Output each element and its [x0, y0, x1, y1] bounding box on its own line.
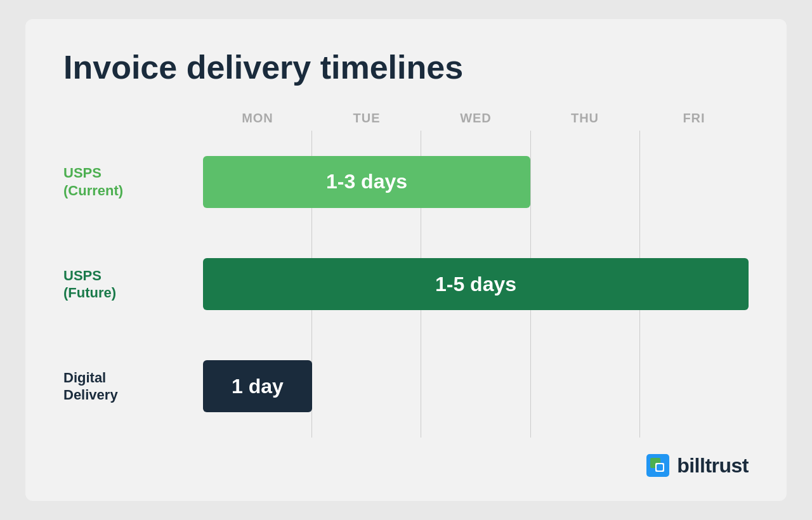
bar-rows: USPS (Current) 1-3 days USPS (Future) [203, 131, 749, 438]
bar-track-usps-future: 1-5 days [203, 256, 749, 313]
billtrust-brand-name: billtrust [677, 454, 749, 478]
day-headers: MON TUE WED THU FRI [203, 111, 749, 126]
main-card: Invoice delivery timelines MON TUE WED T… [25, 19, 787, 501]
day-wed: WED [421, 111, 530, 126]
bar-digital: 1 day [203, 360, 312, 412]
bar-label-usps-current: 1-3 days [326, 170, 407, 193]
chart-area: MON TUE WED THU FRI USPS [63, 111, 749, 438]
day-mon: MON [203, 111, 312, 126]
grid-wrapper: USPS (Current) 1-3 days USPS (Future) [203, 131, 749, 438]
row-usps-future: USPS (Future) 1-5 days [203, 256, 749, 313]
page-title: Invoice delivery timelines [63, 49, 749, 86]
billtrust-icon [645, 453, 671, 478]
bar-track-usps-current: 1-3 days [203, 153, 749, 211]
logo-area: billtrust [63, 453, 749, 478]
day-tue: TUE [312, 111, 421, 126]
label-usps-current: USPS (Current) [63, 164, 203, 199]
day-fri: FRI [639, 111, 749, 126]
label-digital-delivery: Digital Delivery [63, 369, 203, 404]
billtrust-logo: billtrust [645, 453, 749, 478]
bar-usps-future: 1-5 days [203, 258, 749, 310]
svg-rect-3 [657, 464, 663, 471]
row-digital-delivery: Digital Delivery 1 day [203, 358, 749, 415]
day-thu: THU [530, 111, 639, 126]
bar-usps-current: 1-3 days [203, 156, 530, 208]
bar-label-digital: 1 day [232, 375, 284, 398]
bar-track-digital: 1 day [203, 358, 749, 415]
row-usps-current: USPS (Current) 1-3 days [203, 153, 749, 211]
bar-label-usps-future: 1-5 days [435, 273, 516, 296]
label-usps-future: USPS (Future) [63, 267, 203, 302]
